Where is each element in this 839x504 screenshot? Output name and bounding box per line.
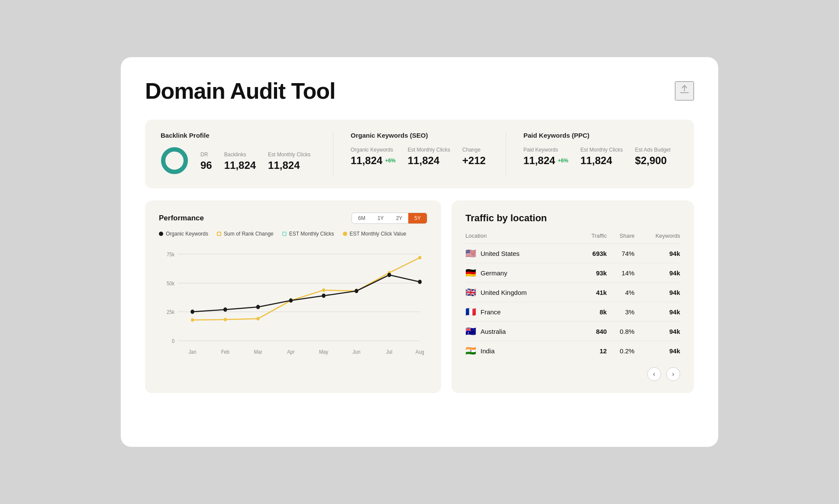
legend-dot-rank — [217, 232, 221, 236]
country-name: Germany — [481, 269, 507, 277]
country-name: United States — [481, 250, 520, 257]
chart-area: 75k 50k 25k 0 Jan Feb Mar Apr May Jun Ju… — [159, 246, 427, 367]
export-icon — [678, 84, 691, 99]
organic-change-label: Change — [462, 147, 486, 153]
country-flag: 🇺🇸 — [465, 248, 476, 258]
traffic-table-row: 🇬🇧 United Kingdom 41k 4% 94k — [465, 283, 680, 302]
svg-text:Jan: Jan — [188, 349, 196, 355]
traffic-cell-share: 4% — [607, 283, 635, 302]
organic-monthly-clicks-value: 11,824 — [408, 155, 450, 167]
legend-rank-change: Sum of Rank Change — [217, 231, 274, 237]
country-name: India — [481, 347, 495, 355]
traffic-cell-traffic: 8k — [578, 302, 607, 322]
ads-budget-label: Est Ads Budget — [635, 147, 671, 153]
svg-rect-0 — [680, 92, 689, 93]
dr-value: 96 — [200, 159, 212, 171]
time-btn-5y[interactable]: 5Y — [408, 213, 427, 223]
organic-change-value: +212 — [462, 155, 486, 167]
legend-dot-est-clicks — [282, 232, 287, 236]
paid-keywords-stat: Paid Keywords 11,824 +6% — [523, 147, 568, 167]
organic-keywords-stat: Organic Keywords 11,824 +6% — [351, 147, 396, 167]
col-location: Location — [465, 233, 578, 244]
traffic-cell-keywords: 94k — [635, 341, 680, 361]
legend-dot-click-value — [343, 232, 347, 236]
traffic-cell-location: 🇩🇪 Germany — [465, 263, 578, 283]
traffic-cell-share: 0.8% — [607, 322, 635, 341]
traffic-cell-location: 🇫🇷 France — [465, 302, 578, 322]
legend-dot-organic — [159, 232, 163, 236]
chart-dot — [256, 305, 260, 309]
paid-monthly-clicks-stat: Est Monthly Clicks 11,824 — [581, 147, 623, 167]
chart-dot — [355, 289, 358, 293]
dr-label: DR — [200, 152, 212, 158]
svg-text:Apr: Apr — [287, 349, 294, 355]
chart-dot — [289, 298, 293, 303]
paid-keywords-section: Paid Keywords (PPC) Paid Keywords 11,824… — [506, 132, 678, 176]
country-name: France — [481, 308, 501, 316]
traffic-cell-location: 🇬🇧 United Kingdom — [465, 283, 578, 302]
time-buttons-group: 6M 1Y 2Y 5Y — [352, 213, 427, 224]
bottom-row: Performance 6M 1Y 2Y 5Y Organic Keywords… — [145, 200, 694, 393]
legend-est-click-value: EST Monthly Click Value — [343, 231, 407, 237]
country-flag: 🇩🇪 — [465, 268, 476, 278]
paid-keywords-title: Paid Keywords (PPC) — [523, 132, 678, 139]
traffic-cell-share: 74% — [607, 244, 635, 263]
country-name: Australia — [481, 328, 506, 335]
app-container: Domain Audit Tool Backlink Profile — [121, 57, 718, 447]
traffic-footer: ‹ › — [465, 367, 680, 381]
traffic-table-header-row: Location Traffic Share Keywords — [465, 233, 680, 244]
time-btn-2y[interactable]: 2Y — [390, 213, 409, 223]
organic-keywords-label: Organic Keywords — [351, 147, 396, 153]
traffic-prev-button[interactable]: ‹ — [647, 367, 661, 381]
chart-dot — [322, 294, 326, 298]
organic-monthly-clicks-stat: Est Monthly Clicks 11,824 — [408, 147, 450, 167]
traffic-cell-keywords: 94k — [635, 283, 680, 302]
traffic-cell-keywords: 94k — [635, 263, 680, 283]
performance-card: Performance 6M 1Y 2Y 5Y Organic Keywords… — [145, 200, 441, 393]
performance-chart-svg: 75k 50k 25k 0 Jan Feb Mar Apr May Jun Ju… — [159, 246, 427, 367]
svg-point-3 — [163, 149, 186, 172]
traffic-cell-traffic: 693k — [578, 244, 607, 263]
export-button[interactable] — [675, 81, 694, 100]
stats-row: Backlink Profile DR 96 Backlinks 11,824 — [145, 120, 694, 188]
paid-keywords-badge: +6% — [558, 158, 568, 164]
traffic-table-row: 🇺🇸 United States 693k 74% 94k — [465, 244, 680, 263]
time-btn-6m[interactable]: 6M — [352, 213, 371, 223]
legend-label-rank: Sum of Rank Change — [224, 231, 274, 237]
traffic-cell-location: 🇦🇺 Australia — [465, 322, 578, 341]
legend-label-est-clicks: EST Monthly Clicks — [289, 231, 334, 237]
svg-text:Aug: Aug — [416, 349, 424, 355]
traffic-next-button[interactable]: › — [666, 367, 680, 381]
ads-budget-value: $2,900 — [635, 155, 671, 167]
chart-dot — [224, 318, 227, 321]
traffic-cell-keywords: 94k — [635, 244, 680, 263]
svg-text:Feb: Feb — [221, 349, 230, 355]
legend-organic-keywords: Organic Keywords — [159, 231, 208, 237]
chart-dot — [322, 288, 325, 292]
traffic-cell-traffic: 12 — [578, 341, 607, 361]
paid-monthly-clicks-value: 11,824 — [581, 155, 623, 167]
organic-keywords-section: Organic Keywords (SEO) Organic Keywords … — [333, 132, 506, 176]
backlinks-value: 11,824 — [224, 159, 256, 171]
svg-text:Jul: Jul — [386, 349, 392, 355]
time-btn-1y[interactable]: 1Y — [371, 213, 390, 223]
traffic-table-row: 🇩🇪 Germany 93k 14% 94k — [465, 263, 680, 283]
col-keywords: Keywords — [635, 233, 680, 244]
svg-text:75k: 75k — [167, 251, 175, 258]
dr-donut-chart — [161, 147, 188, 176]
page-title: Domain Audit Tool — [145, 78, 335, 104]
country-flag: 🇬🇧 — [465, 287, 476, 297]
country-flag: 🇮🇳 — [465, 346, 476, 356]
traffic-table-row: 🇫🇷 France 8k 3% 94k — [465, 302, 680, 322]
legend-label-organic: Organic Keywords — [166, 231, 208, 237]
traffic-cell-keywords: 94k — [635, 322, 680, 341]
organic-change-stat: Change +212 — [462, 147, 486, 167]
backlinks-label: Backlinks — [224, 152, 256, 158]
chart-dot — [387, 273, 391, 277]
paid-monthly-clicks-label: Est Monthly Clicks — [581, 147, 623, 153]
organic-monthly-clicks-label: Est Monthly Clicks — [408, 147, 450, 153]
svg-text:May: May — [319, 349, 329, 355]
traffic-cell-location: 🇮🇳 India — [465, 341, 578, 361]
backlink-profile-section: Backlink Profile DR 96 Backlinks 11,824 — [161, 132, 333, 176]
organic-keywords-value: 11,824 — [351, 155, 382, 167]
